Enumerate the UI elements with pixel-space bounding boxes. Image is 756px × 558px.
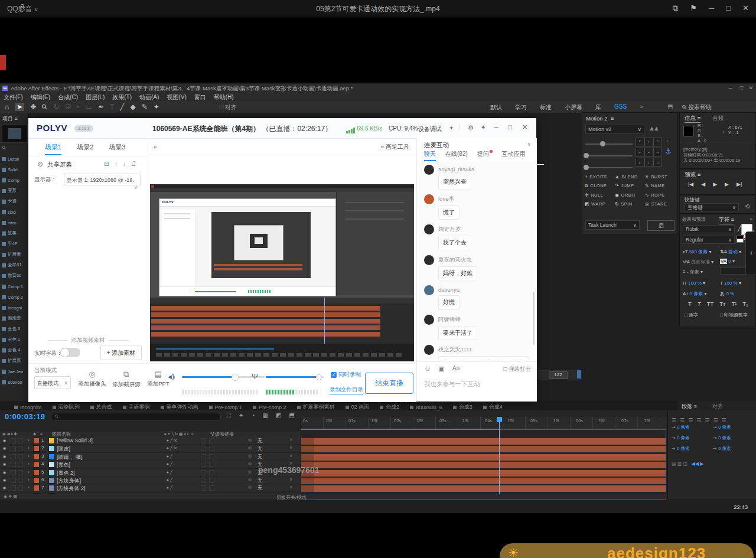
transport-3[interactable]: ▶ xyxy=(725,181,729,187)
faux-style-3[interactable]: Tᴛ xyxy=(719,301,725,307)
switch-box[interactable] xyxy=(209,478,214,483)
comp-flowchart-icon[interactable]: ⛶ xyxy=(227,412,231,419)
switch-box[interactable] xyxy=(209,470,214,475)
twirl-icon[interactable]: › xyxy=(28,477,30,482)
switch-box[interactable] xyxy=(209,446,214,451)
layer-duration-bar[interactable] xyxy=(301,461,666,468)
snap-checkbox[interactable]: □ 对齐 xyxy=(220,103,237,112)
pin-icon[interactable]: ⚑ xyxy=(690,4,697,13)
hindi-checkbox[interactable]: □ 印地语数字 xyxy=(720,312,748,318)
project-item[interactable]: 平4P xyxy=(0,239,28,249)
layer-row[interactable]: ◉›3[眼睛 、嘴]♠ ╱◎无∨ xyxy=(0,453,300,460)
eye-icon[interactable]: ◎ xyxy=(38,161,43,167)
motion-jump-button[interactable]: ↷JUMP xyxy=(615,183,645,189)
zoom-value[interactable]: 122 xyxy=(549,371,568,379)
workspace-0[interactable]: 默认 xyxy=(490,103,502,112)
brush-tool-link[interactable]: « 画笔工具 xyxy=(381,143,409,151)
switch-box[interactable] xyxy=(209,438,214,443)
switch-box[interactable] xyxy=(209,462,214,467)
scene-tab-3[interactable]: 场景3 xyxy=(109,143,125,155)
workspace-1[interactable]: 学习 xyxy=(515,103,527,112)
switch-box[interactable] xyxy=(201,462,206,467)
tab-paragraph[interactable]: 段落 ≡ xyxy=(682,403,697,411)
parent-dropdown[interactable]: 无 xyxy=(258,438,263,445)
layer-label-color[interactable] xyxy=(33,485,40,491)
motion-rope-button[interactable]: ∿ROPE xyxy=(645,192,675,198)
layer-audio-box[interactable] xyxy=(11,485,16,491)
tool-icon-11[interactable]: ◆ xyxy=(131,103,136,111)
transport-1[interactable]: ◀ xyxy=(701,181,705,187)
project-item[interactable]: 全色 4 xyxy=(0,345,28,355)
layer-label-color[interactable] xyxy=(33,477,40,484)
project-item[interactable]: Comp 1 xyxy=(0,281,28,292)
font-family-dropdown[interactable]: Rubik∨ xyxy=(683,225,735,233)
tab-audio[interactable]: 音频 xyxy=(712,115,724,122)
workspace-overflow-icon[interactable]: » xyxy=(640,103,643,112)
draft3d-icon[interactable]: ✦ xyxy=(239,412,243,419)
layer-name[interactable]: [方块身体] xyxy=(57,477,81,485)
indent-field[interactable]: ⇥0 像素 xyxy=(672,446,713,452)
shortcut-dropdown[interactable]: 空格键∨ xyxy=(685,203,739,211)
expand-icon[interactable]: ⬒ xyxy=(289,412,294,419)
project-panel-tab[interactable]: 项目 ≡ xyxy=(2,115,18,123)
task-launch-button[interactable]: 启 xyxy=(647,220,674,231)
font-size-field[interactable]: тT 560 像素 ▾ xyxy=(683,249,711,255)
project-item[interactable]: intro xyxy=(0,217,28,228)
motion2-slider-3[interactable] xyxy=(585,167,633,168)
layer-label-color[interactable] xyxy=(33,445,40,452)
motion-spin-button[interactable]: ↻SPIN xyxy=(615,201,645,207)
shy-icon[interactable]: ◔ xyxy=(251,412,255,419)
project-item[interactable]: Detail xyxy=(0,154,28,164)
twirl-icon[interactable]: › xyxy=(28,453,30,459)
chat-scrollbar[interactable] xyxy=(533,292,535,345)
layer-eye-icon[interactable]: ◉ xyxy=(3,462,6,466)
layer-name[interactable]: [Yellow Solid 3] xyxy=(57,438,93,443)
project-item[interactable]: solo xyxy=(0,207,28,217)
toggle-switches-label[interactable]: 切换开关/模式 xyxy=(276,494,306,501)
ae-close-icon[interactable]: ✕ xyxy=(748,85,753,91)
motion-clone-button[interactable]: ⧉CLONE xyxy=(585,183,615,189)
anchor-icon[interactable]: ⚓ xyxy=(665,147,672,155)
project-item[interactable]: 泡泡变 xyxy=(0,313,28,324)
layer-label-color[interactable] xyxy=(33,461,40,468)
indent-field[interactable]: ⇥0 像素 xyxy=(672,425,713,430)
chevron-down-icon[interactable]: ∨ xyxy=(527,141,531,147)
layer-label-color[interactable] xyxy=(33,453,40,460)
expand-icon[interactable]: ✦ xyxy=(449,125,454,131)
anchor-cell-5[interactable]: → xyxy=(653,148,662,156)
project-item[interactable]: 扩展素 xyxy=(0,249,28,260)
twirl-icon[interactable]: › xyxy=(28,461,30,466)
tool-icon-0[interactable]: ⌂ xyxy=(5,103,9,111)
anchor-cell-6[interactable]: ⌞ xyxy=(636,158,644,167)
layer-row[interactable]: ◉›5[青色 2]♠ ╱◎无∨ xyxy=(0,469,300,476)
align-icon[interactable]: ☰ xyxy=(672,417,676,423)
font-style-dropdown[interactable]: Regular∨ xyxy=(683,236,735,244)
motion-warp-button[interactable]: ◩WARP xyxy=(585,201,615,207)
tsume-field[interactable]: あ 0 % xyxy=(720,291,734,297)
indent-field[interactable]: ⇥0 像素 xyxy=(672,435,713,441)
subtitle-toggle[interactable] xyxy=(60,348,80,357)
layer-row[interactable]: ◉›4[青色]♠ ╱◎无∨ xyxy=(0,461,300,468)
tool-icon-8[interactable]: ✒ xyxy=(98,103,104,111)
mode-dropdown[interactable]: 直播模式∨ xyxy=(34,376,71,389)
footer-icons[interactable]: ◉ ❖ ▦ xyxy=(4,494,17,499)
panel-icon[interactable]: ⬒ xyxy=(667,103,673,110)
align-icon[interactable]: ☰ xyxy=(680,417,685,423)
layer-switches[interactable]: ♠ ╱ xyxy=(167,470,172,475)
danmu-checkbox[interactable]: □ 弹幕打开 xyxy=(504,366,531,373)
anchor-cell-1[interactable]: ↑ xyxy=(644,138,653,146)
collapse-source-icon[interactable]: ⊟ xyxy=(104,161,109,167)
layer-audio-box[interactable] xyxy=(11,454,16,459)
workspace-2[interactable]: 标准 xyxy=(540,103,552,112)
twirl-icon[interactable]: › xyxy=(28,438,30,443)
scene-tab-2[interactable]: 场景2 xyxy=(77,143,93,155)
motion-excite-button[interactable]: +EXCITE xyxy=(585,174,615,180)
project-item[interactable]: 数百60 xyxy=(0,270,28,281)
scroll-nub[interactable] xyxy=(577,370,581,378)
vscale-field[interactable]: IT 100 % ▾ xyxy=(683,280,705,286)
parent-pickwhip-icon[interactable]: ◎ xyxy=(248,438,252,442)
ae-maximize-icon[interactable]: □ xyxy=(740,85,743,91)
layer-name[interactable]: [青色] xyxy=(57,461,70,469)
motion-null-button[interactable]: ✛NULL xyxy=(585,192,615,198)
add-screen-button[interactable]: ⧉ 添加截屏源 xyxy=(109,370,144,389)
